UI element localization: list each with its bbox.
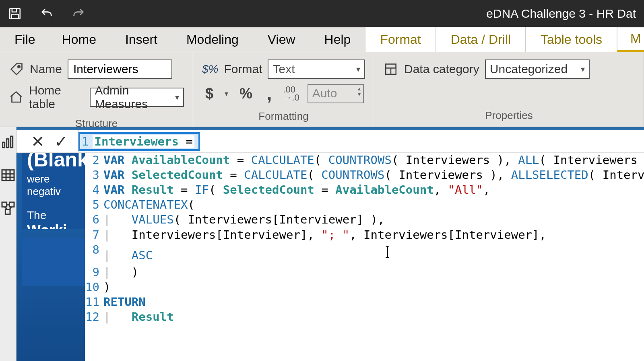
svg-rect-17 [9,202,14,207]
code-line: CONCATENATEX( [103,197,644,212]
save-icon[interactable] [8,7,22,21]
decimals-value: Auto [312,86,337,100]
tab-table-tools[interactable]: Table tools [526,27,617,52]
decimals-stepper[interactable]: Auto ▴▾ [308,84,364,103]
svg-rect-9 [7,139,9,148]
redo-icon[interactable] [72,7,85,21]
home-table-value: Admin Measures [95,84,171,111]
measure-name-token: Interviewers [94,135,179,148]
name-label: Name [30,62,62,76]
window-title: eDNA Challenge 3 - HR Dat [486,7,636,21]
chevron-down-icon[interactable]: ▾ [358,91,361,97]
decimal-places-icon[interactable]: .00→.0 [283,86,299,102]
code-line: VAR Result = IF( SelectedCount = Availab… [103,183,644,197]
undo-icon[interactable] [40,7,54,21]
line-number: 3 [85,168,103,183]
file-menu[interactable]: File [2,27,47,52]
svg-rect-11 [2,170,14,181]
line-number: 9 [85,265,103,280]
chevron-up-icon[interactable]: ▴ [358,86,361,91]
code-line: RETURN [103,295,644,310]
code-line: VAR SelectedCount = CALCULATE( COUNTROWS… [103,168,644,183]
ribbon-group-properties: Data category Uncategorized ▾ Properties [374,52,644,127]
chevron-down-icon[interactable]: ▾ [225,89,228,98]
name-input[interactable] [68,59,172,79]
dax-editor[interactable]: 2VAR AvailableCount = CALCULATE( COUNTRO… [17,153,644,324]
data-category-label: Data category [404,62,479,76]
code-line: | Result [103,310,644,324]
home-table-select[interactable]: Admin Measures ▾ [90,88,184,107]
chevron-down-icon: ▾ [175,92,179,102]
tag-icon [9,62,24,77]
svg-rect-1 [12,8,17,12]
menubar: File Home Insert Modeling View Help Form… [0,27,644,52]
data-category-select[interactable]: Uncategorized ▾ [485,59,590,79]
tab-measure-tools-partial[interactable]: M [617,27,644,52]
line-number: 2 [85,153,103,168]
svg-rect-16 [2,202,7,207]
ribbon-group-structure: Name Home table Admin Measures ▾ Structu… [0,52,193,127]
cancel-formula-button[interactable]: ✕ [31,133,45,150]
thousands-button[interactable]: , [264,84,275,104]
work-area: (Blank) were negativ The Worki ✕ ✓ 1 [0,127,644,361]
data-category-icon [383,62,398,77]
line-number: 1 [82,135,93,148]
group-caption-properties: Properties [485,109,533,123]
tab-home[interactable]: Home [47,27,111,52]
line-number: 5 [85,197,103,212]
line-number: 10 [85,280,103,295]
view-rail [0,127,17,361]
model-view-icon[interactable] [0,200,16,216]
line-number: 8 [85,242,103,257]
code-line: | VALUES( Interviewers[Interviewer] ), [103,212,644,227]
svg-rect-18 [5,209,10,214]
formula-line-1-highlight[interactable]: 1 Interviewers = [78,132,200,151]
formula-editor: (Blank) were negativ The Worki ✕ ✓ 1 [17,127,644,361]
commit-formula-button[interactable]: ✓ [54,133,68,150]
format-value: Text [272,62,295,76]
format-select[interactable]: Text ▾ [268,59,365,79]
code-line: ) [103,280,644,295]
line-number: 6 [85,212,103,227]
currency-button[interactable]: $ [202,85,217,102]
data-category-value: Uncategorized [490,62,568,76]
text-cursor-icon: I [386,241,390,263]
svg-rect-5 [386,64,396,68]
code-line: VAR AvailableCount = CALCULATE( COUNTROW… [103,153,644,168]
tab-data-drill[interactable]: Data / Drill [436,27,526,52]
line-number: 11 [85,295,103,310]
code-line: | ASC I [103,242,644,265]
code-line: | Interviewers[Interviewer], "; ", Inter… [103,228,644,242]
ribbon-group-formatting: $% Format Text ▾ $ ▾ % , .00→.0 Auto ▴▾ … [193,52,374,127]
home-table-label: Home table [29,84,84,111]
percent-button[interactable]: % [236,85,256,102]
svg-rect-8 [3,142,5,148]
titlebar: eDNA Challenge 3 - HR Dat [0,0,644,27]
equals-token: = [179,135,193,148]
chevron-down-icon: ▾ [356,64,360,74]
tab-modeling[interactable]: Modeling [172,27,253,52]
line-number: 7 [85,228,103,242]
code-line: | ) [103,265,644,280]
chevron-down-icon: ▾ [581,64,585,74]
ribbon: Name Home table Admin Measures ▾ Structu… [0,52,644,127]
line-number: 12 [85,310,103,324]
format-icon: $% [202,62,218,77]
svg-rect-2 [12,14,19,18]
data-view-icon[interactable] [0,167,16,183]
format-label: Format [224,62,262,76]
svg-point-3 [18,66,20,68]
home-table-icon [9,90,23,105]
tab-view[interactable]: View [253,27,310,52]
svg-rect-10 [11,136,13,148]
report-view-icon[interactable] [0,134,16,150]
tab-help[interactable]: Help [310,27,365,52]
tab-format[interactable]: Format [365,27,436,52]
tab-insert[interactable]: Insert [111,27,172,52]
line-number: 4 [85,183,103,197]
group-caption-formatting: Formatting [258,110,308,124]
